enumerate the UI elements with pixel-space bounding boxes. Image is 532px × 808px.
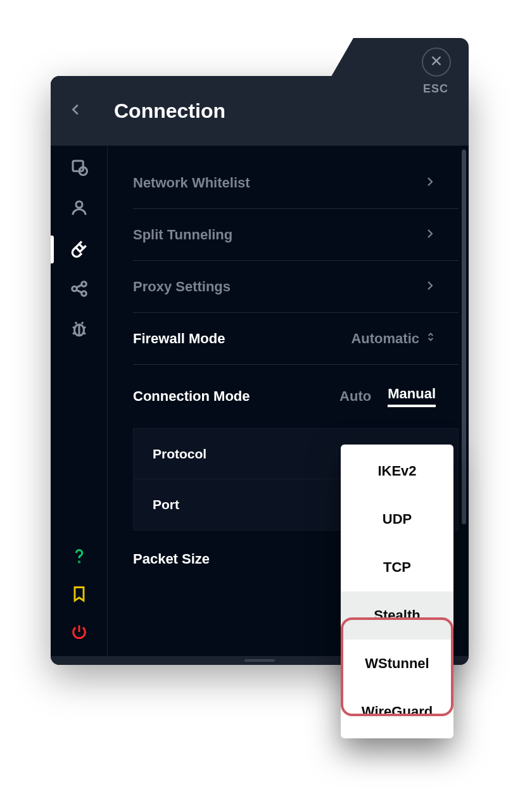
close-button[interactable] bbox=[422, 47, 451, 77]
svg-line-17 bbox=[83, 332, 86, 334]
chevron-right-icon bbox=[424, 225, 436, 245]
port-label: Port bbox=[153, 497, 179, 512]
esc-label: ESC bbox=[423, 82, 448, 96]
close-icon bbox=[429, 54, 443, 70]
protocol-option-udp[interactable]: UDP bbox=[341, 495, 453, 543]
sidebar bbox=[51, 146, 108, 656]
packet-size-label: Packet Size bbox=[133, 551, 210, 567]
back-button[interactable] bbox=[63, 98, 89, 123]
person-icon bbox=[70, 198, 89, 220]
chevron-left-icon bbox=[69, 99, 83, 123]
svg-line-11 bbox=[76, 290, 82, 293]
svg-rect-2 bbox=[73, 161, 83, 171]
network-whitelist-label: Network Whitelist bbox=[133, 175, 250, 191]
sidebar-item-debug[interactable] bbox=[69, 320, 89, 341]
svg-point-20 bbox=[79, 562, 79, 562]
svg-point-7 bbox=[72, 286, 77, 291]
connection-mode-toggle: Auto Manual bbox=[339, 386, 436, 407]
protocol-option-stealth[interactable]: Stealth bbox=[341, 591, 453, 640]
protocol-option-tcp[interactable]: TCP bbox=[341, 543, 453, 591]
share-icon bbox=[70, 279, 89, 301]
plug-icon bbox=[69, 238, 89, 261]
chevron-right-icon bbox=[424, 173, 436, 193]
svg-line-14 bbox=[73, 327, 75, 329]
protocol-option-ikev2[interactable]: IKEv2 bbox=[341, 447, 453, 495]
protocol-dropdown: IKEv2 UDP TCP Stealth WStunnel WireGuard bbox=[341, 445, 453, 738]
sidebar-item-connection[interactable] bbox=[69, 239, 89, 260]
row-proxy-settings[interactable]: Proxy Settings bbox=[133, 261, 459, 313]
protocol-option-wireguard[interactable]: WireGuard bbox=[341, 688, 453, 736]
protocol-option-wstunnel[interactable]: WStunnel bbox=[341, 640, 453, 688]
panel-header: Connection bbox=[51, 76, 469, 146]
general-icon bbox=[70, 158, 89, 179]
exit-icon bbox=[70, 585, 88, 605]
svg-line-15 bbox=[83, 327, 86, 329]
mode-auto-button[interactable]: Auto bbox=[339, 388, 371, 405]
firewall-mode-value-text: Automatic bbox=[351, 331, 419, 347]
sidebar-item-account[interactable] bbox=[69, 199, 89, 219]
power-icon bbox=[70, 623, 88, 643]
split-tunneling-label: Split Tunneling bbox=[133, 227, 232, 243]
logout-button[interactable] bbox=[69, 585, 89, 605]
svg-line-16 bbox=[73, 332, 75, 334]
proxy-settings-label: Proxy Settings bbox=[133, 279, 231, 295]
chevron-right-icon bbox=[424, 277, 436, 297]
sort-icon bbox=[426, 330, 436, 348]
firewall-mode-value[interactable]: Automatic bbox=[351, 330, 436, 348]
svg-line-10 bbox=[76, 285, 82, 287]
row-connection-mode: Connection Mode Auto Manual bbox=[133, 365, 459, 428]
sidebar-item-share[interactable] bbox=[69, 280, 89, 300]
row-firewall-mode[interactable]: Firewall Mode Automatic bbox=[133, 313, 459, 365]
svg-point-4 bbox=[76, 201, 82, 208]
resize-handle[interactable] bbox=[244, 659, 275, 662]
row-split-tunneling[interactable]: Split Tunneling bbox=[133, 209, 459, 261]
svg-line-18 bbox=[75, 322, 77, 324]
page-title: Connection bbox=[114, 99, 225, 123]
sidebar-item-general[interactable] bbox=[69, 158, 89, 179]
mode-manual-button[interactable]: Manual bbox=[388, 386, 436, 407]
row-network-whitelist[interactable]: Network Whitelist bbox=[133, 157, 459, 209]
firewall-mode-label: Firewall Mode bbox=[133, 331, 225, 347]
svg-line-19 bbox=[81, 322, 83, 324]
bug-icon bbox=[70, 320, 89, 341]
protocol-label: Protocol bbox=[153, 446, 206, 462]
scrollbar[interactable] bbox=[462, 149, 466, 524]
connection-mode-label: Connection Mode bbox=[133, 388, 250, 405]
power-button[interactable] bbox=[69, 623, 89, 643]
help-button[interactable] bbox=[69, 547, 89, 567]
question-icon bbox=[70, 547, 88, 567]
